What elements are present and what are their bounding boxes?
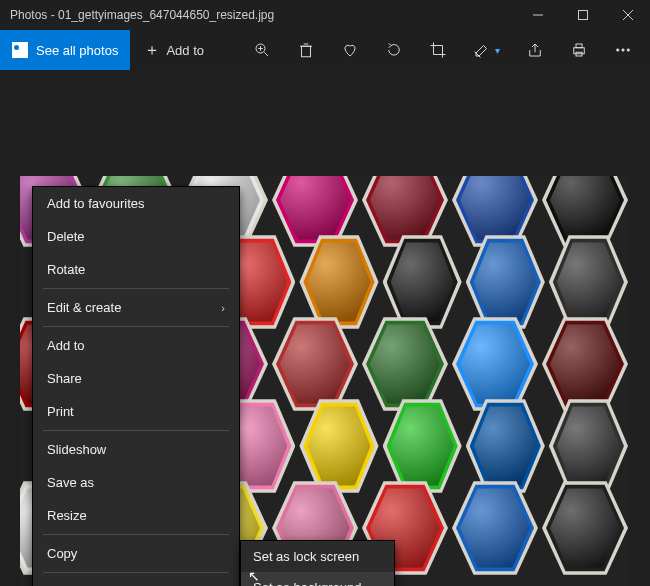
context-menu-label: Share bbox=[47, 371, 82, 386]
context-menu-item[interactable]: Open with bbox=[33, 575, 239, 586]
window-title: Photos - 01_gettyimages_647044650_resize… bbox=[10, 8, 515, 22]
svg-line-15 bbox=[475, 52, 481, 58]
context-menu: Add to favouritesDeleteRotateEdit & crea… bbox=[32, 186, 240, 586]
maximize-button[interactable] bbox=[560, 0, 605, 30]
separator bbox=[43, 534, 229, 535]
context-menu-label: Print bbox=[47, 404, 74, 419]
share-icon[interactable] bbox=[526, 41, 544, 59]
svg-rect-18 bbox=[576, 44, 582, 48]
chevron-down-icon: ▾ bbox=[495, 45, 500, 56]
rotate-icon[interactable] bbox=[385, 41, 403, 59]
chevron-right-icon: › bbox=[221, 302, 225, 314]
photos-icon bbox=[12, 42, 28, 58]
separator bbox=[43, 430, 229, 431]
separator bbox=[43, 326, 229, 327]
context-menu-label: Add to bbox=[47, 338, 85, 353]
context-menu-label: Resize bbox=[47, 508, 87, 523]
context-menu-item[interactable]: Slideshow bbox=[33, 433, 239, 466]
delete-icon[interactable] bbox=[297, 41, 315, 59]
minimize-button[interactable] bbox=[515, 0, 560, 30]
context-menu-label: Rotate bbox=[47, 262, 85, 277]
separator bbox=[43, 572, 229, 573]
window-controls bbox=[515, 0, 650, 30]
plus-icon: ＋ bbox=[144, 42, 160, 58]
context-menu-item[interactable]: Print bbox=[33, 395, 239, 428]
toolbar: See all photos ＋ Add to ▾ bbox=[0, 30, 650, 70]
svg-rect-8 bbox=[302, 46, 311, 57]
more-icon[interactable] bbox=[614, 41, 632, 59]
toolbar-actions: ▾ bbox=[218, 41, 650, 59]
svg-point-20 bbox=[617, 49, 619, 51]
add-to-button[interactable]: ＋ Add to bbox=[130, 30, 218, 70]
context-menu-label: Add to favourites bbox=[47, 196, 145, 211]
context-menu-item[interactable]: Delete bbox=[33, 220, 239, 253]
context-menu-label: Edit & create bbox=[47, 300, 121, 315]
zoom-icon[interactable] bbox=[253, 41, 271, 59]
submenu-item[interactable]: Set as background bbox=[241, 572, 394, 586]
set-as-submenu: Set as lock screenSet as background bbox=[240, 540, 395, 586]
print-icon[interactable] bbox=[570, 41, 588, 59]
context-menu-item[interactable]: Rotate bbox=[33, 253, 239, 286]
edit-button[interactable]: ▾ bbox=[473, 41, 500, 59]
context-menu-item[interactable]: Edit & create› bbox=[33, 291, 239, 324]
submenu-item[interactable]: Set as lock screen bbox=[241, 541, 394, 572]
crop-icon[interactable] bbox=[429, 41, 447, 59]
svg-point-22 bbox=[627, 49, 629, 51]
context-menu-label: Copy bbox=[47, 546, 77, 561]
context-menu-item[interactable]: Save as bbox=[33, 466, 239, 499]
title-bar: Photos - 01_gettyimages_647044650_resize… bbox=[0, 0, 650, 30]
context-menu-item[interactable]: Add to bbox=[33, 329, 239, 362]
close-button[interactable] bbox=[605, 0, 650, 30]
svg-rect-1 bbox=[578, 11, 587, 20]
context-menu-item[interactable]: Copy bbox=[33, 537, 239, 570]
edit-icon bbox=[473, 41, 491, 59]
context-menu-item[interactable]: Share bbox=[33, 362, 239, 395]
svg-line-5 bbox=[264, 52, 268, 56]
see-all-photos-button[interactable]: See all photos bbox=[0, 30, 130, 70]
context-menu-label: Slideshow bbox=[47, 442, 106, 457]
context-menu-item[interactable]: Add to favourites bbox=[33, 187, 239, 220]
svg-point-21 bbox=[622, 49, 624, 51]
see-all-label: See all photos bbox=[36, 43, 118, 58]
favorite-icon[interactable] bbox=[341, 41, 359, 59]
add-to-label: Add to bbox=[166, 43, 204, 58]
separator bbox=[43, 288, 229, 289]
context-menu-item[interactable]: Resize bbox=[33, 499, 239, 532]
svg-rect-17 bbox=[574, 48, 585, 54]
context-menu-label: Delete bbox=[47, 229, 85, 244]
context-menu-label: Save as bbox=[47, 475, 94, 490]
